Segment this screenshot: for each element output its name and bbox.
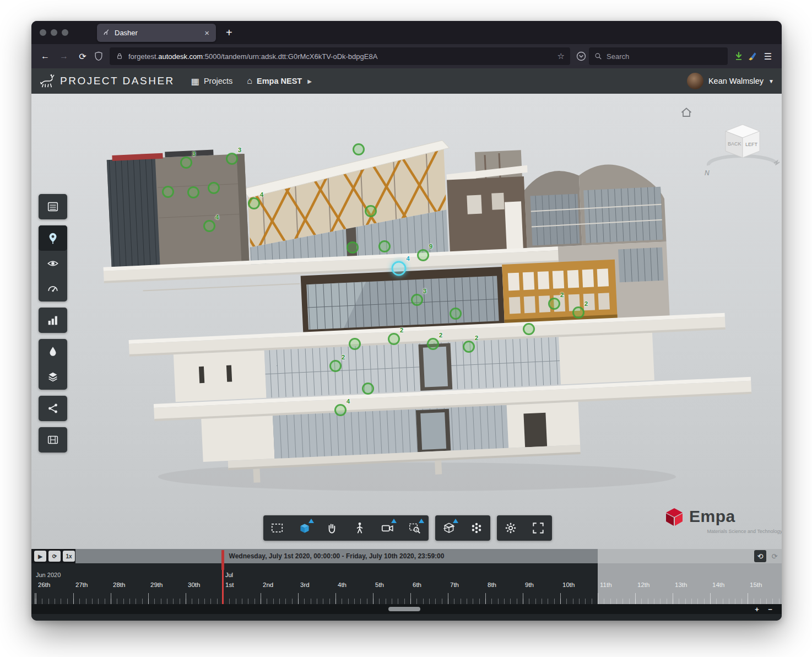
- sensor-marker[interactable]: [162, 186, 174, 198]
- sensor-marker[interactable]: [187, 186, 199, 198]
- timeline-zoom-out-button[interactable]: −: [764, 604, 776, 614]
- sensor-marker[interactable]: 3: [411, 294, 423, 306]
- data-panel-button[interactable]: [39, 194, 67, 219]
- sensor-marker[interactable]: 4: [203, 220, 215, 232]
- sensor-marker[interactable]: [365, 205, 377, 217]
- tracking-shield-icon[interactable]: [93, 51, 104, 62]
- timeline-playhead[interactable]: [222, 550, 224, 604]
- zoom-window-button[interactable]: [401, 515, 429, 541]
- highlighter-extension-icon[interactable]: [746, 51, 757, 62]
- sensor-marker[interactable]: 2: [548, 298, 560, 310]
- sensor-marker[interactable]: 9: [417, 249, 429, 261]
- reload-button[interactable]: ⟳: [74, 48, 91, 64]
- sensor-marker[interactable]: [349, 338, 361, 350]
- sensor-marker[interactable]: 4: [334, 404, 347, 416]
- left-toolbar: [39, 194, 67, 453]
- new-tab-button[interactable]: +: [223, 26, 236, 39]
- maximize-window-button[interactable]: [62, 29, 68, 36]
- forward-button[interactable]: →: [56, 48, 72, 64]
- pan-hand-button[interactable]: [318, 515, 346, 541]
- timeline-day-label: 3rd: [300, 581, 310, 588]
- water-drop-button[interactable]: [39, 339, 67, 364]
- play-button[interactable]: ▶: [34, 551, 46, 562]
- building-levels-button[interactable]: [39, 308, 67, 333]
- user-menu[interactable]: Kean Walmsley ▼: [687, 73, 774, 89]
- sensor-marker[interactable]: 4: [248, 197, 260, 209]
- sensor-marker[interactable]: [378, 240, 391, 252]
- viewer-toolbar: [263, 515, 552, 541]
- animation-film-button[interactable]: [39, 427, 67, 453]
- sensor-marker-count: 4: [347, 398, 350, 405]
- back-button[interactable]: ←: [37, 48, 53, 64]
- section-box-button[interactable]: [435, 515, 463, 541]
- settings-button[interactable]: [497, 515, 524, 541]
- timeline-panel: ▶ ⟳ 1x Wednesday, July 1st 2020, 00:00:0…: [31, 549, 782, 621]
- view-cube[interactable]: BACK LEFT N: [690, 117, 782, 180]
- menu-hamburger-icon[interactable]: ☰: [760, 48, 776, 64]
- search-icon: [594, 52, 602, 60]
- sensor-marker[interactable]: 2: [388, 333, 400, 345]
- minimize-window-button[interactable]: [51, 29, 57, 36]
- search-input[interactable]: Search: [589, 47, 728, 65]
- sensor-marker[interactable]: 4: [392, 261, 407, 276]
- scrollbar-thumb[interactable]: [388, 607, 420, 611]
- pocket-icon[interactable]: [576, 51, 587, 62]
- sensor-marker-count: 4: [215, 214, 219, 220]
- sensor-marker[interactable]: [347, 241, 359, 254]
- visibility-eye-button[interactable]: [39, 251, 67, 276]
- timeline-day-label: 9th: [525, 581, 534, 588]
- bookmark-star-icon[interactable]: ☆: [557, 51, 565, 61]
- viewer-canvas[interactable]: 33449432222224 BACK LEFT N: [31, 94, 782, 549]
- browser-tab[interactable]: Dasher ×: [97, 24, 216, 42]
- gauge-button[interactable]: [39, 276, 67, 301]
- reset-range-button[interactable]: ⟲: [754, 550, 766, 562]
- timeline-day-label: 2nd: [263, 581, 273, 588]
- ruler-minor-ticks: [31, 599, 782, 604]
- loop-button[interactable]: ⟳: [48, 551, 61, 562]
- layers-button[interactable]: [39, 364, 67, 390]
- download-icon[interactable]: [733, 51, 744, 62]
- redo-range-button[interactable]: ⟳: [768, 550, 781, 562]
- fullscreen-button[interactable]: [524, 515, 552, 541]
- viewcube-back-label[interactable]: BACK: [728, 141, 741, 147]
- timeline-day-label: 4th: [338, 581, 347, 588]
- timeline-day-label: 15th: [750, 581, 762, 588]
- timeline-ruler[interactable]: 26th27th28th29th30th1st2nd3rd4th5th6th7t…: [31, 580, 782, 604]
- sensor-marker[interactable]: 2: [463, 341, 475, 353]
- sensor-marker[interactable]: 3: [180, 157, 192, 169]
- timeline-day-label: 10th: [562, 581, 575, 588]
- sensor-marker[interactable]: [450, 308, 462, 320]
- empa-cube-icon: [664, 507, 685, 527]
- speed-button[interactable]: 1x: [63, 551, 75, 562]
- nav-current-project[interactable]: ⌂ Empa NEST ▶: [247, 76, 312, 86]
- sensor-marker[interactable]: [208, 182, 220, 194]
- first-person-button[interactable]: [346, 515, 373, 541]
- explode-model-button[interactable]: [463, 515, 490, 541]
- timeline-zoom-in-button[interactable]: +: [751, 604, 763, 614]
- timeline-day-label: 6th: [413, 581, 421, 588]
- url-bar[interactable]: forgetest.autodesk.com:5000/tandem/urn:a…: [110, 47, 570, 65]
- sensor-marker[interactable]: [353, 143, 365, 155]
- orbit-button[interactable]: [291, 515, 318, 541]
- sensor-marker[interactable]: 3: [226, 153, 238, 165]
- month-label: Jul: [225, 572, 233, 578]
- window-controls[interactable]: [31, 29, 77, 36]
- marquee-select-button[interactable]: [263, 515, 291, 541]
- beta-badge-icon: [308, 519, 314, 523]
- share-button[interactable]: [39, 396, 67, 421]
- timeline-day-label: 26th: [38, 581, 50, 588]
- nav-projects[interactable]: ▦ Projects: [191, 76, 233, 87]
- viewcube-left-label[interactable]: LEFT: [745, 142, 758, 147]
- tab-close-icon[interactable]: ×: [203, 28, 210, 37]
- sensor-marker[interactable]: 2: [572, 306, 584, 319]
- sensor-marker[interactable]: [362, 383, 374, 395]
- sensor-marker[interactable]: 2: [329, 360, 342, 372]
- desktop: Dasher × + ← → ⟳ forgetest.autodesk.com:…: [0, 0, 812, 657]
- close-window-button[interactable]: [40, 29, 46, 36]
- projects-grid-icon: ▦: [191, 76, 199, 87]
- sensor-marker[interactable]: 2: [427, 338, 439, 350]
- sensor-marker[interactable]: [523, 323, 535, 335]
- camera-button[interactable]: [373, 515, 401, 541]
- sensors-pin-button[interactable]: [39, 225, 67, 251]
- timeline-day-label: 28th: [113, 581, 125, 588]
